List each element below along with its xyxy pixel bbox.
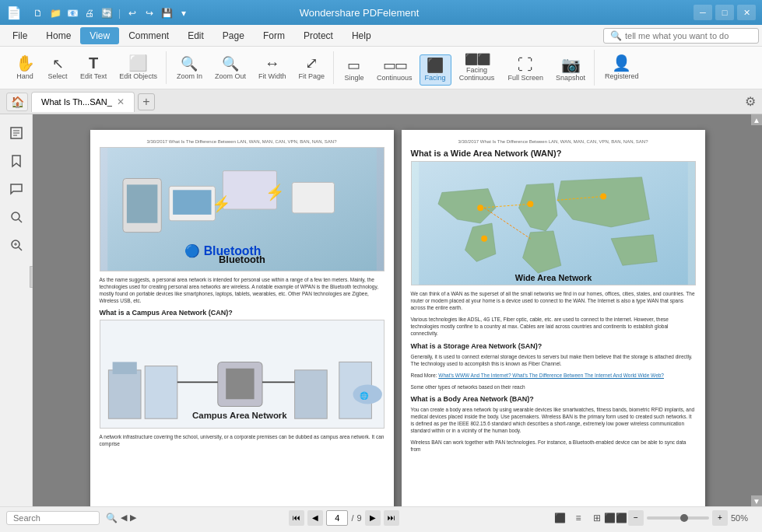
comments-panel-button[interactable] xyxy=(4,177,29,201)
svg-text:🌐: 🌐 xyxy=(359,392,368,401)
facing-view-icon: ⬛ xyxy=(427,58,444,72)
hand-tool-button[interactable]: ✋ Hand xyxy=(9,51,40,84)
svg-point-41 xyxy=(481,236,487,242)
bluetooth-image: ⚡ ⚡ 🔵 Bluetooth Bluetooth xyxy=(100,147,385,271)
grid-view-status-btn[interactable]: ⊞ xyxy=(589,510,605,526)
qa-redo-btn[interactable]: ↪ xyxy=(142,6,156,20)
continuous-view-button[interactable]: ▭▭ Continuous xyxy=(371,54,418,86)
svg-rect-12 xyxy=(126,184,157,222)
home-tab-button[interactable]: 🏠 xyxy=(6,93,28,111)
toolbar-navigation-group: ✋ Hand ↖ Select T Edit Text ⬜ Edit Objec… xyxy=(6,51,167,84)
minimize-button[interactable]: ─ xyxy=(694,5,712,20)
add-tab-button[interactable]: + xyxy=(138,93,155,110)
prev-result-btn[interactable]: ◀ xyxy=(121,513,127,523)
svg-rect-14 xyxy=(173,190,211,215)
qa-open-btn[interactable]: 📁 xyxy=(48,6,62,20)
qa-undo-btn[interactable]: ↩ xyxy=(125,6,139,20)
qa-save-btn[interactable]: 💾 xyxy=(160,6,174,20)
zoom-out-button[interactable]: 🔍 Zoom Out xyxy=(209,53,251,84)
svg-point-39 xyxy=(527,201,533,207)
search-panel-button[interactable] xyxy=(4,205,29,229)
facing-continuous-icon: ⬛⬛ xyxy=(465,54,490,65)
read-more-link[interactable]: What's WWW And The Internet? What's The … xyxy=(438,373,664,378)
snapshot-button[interactable]: 📷 Snapshot xyxy=(550,53,591,86)
toolbar-user-group: 👤 Registered xyxy=(596,51,648,84)
facing-view-button[interactable]: ⬛ Facing xyxy=(420,54,451,86)
close-button[interactable]: ✕ xyxy=(737,5,756,20)
continuous-view-status-btn[interactable]: ≡ xyxy=(571,510,586,526)
edit-objects-label: Edit Objects xyxy=(119,72,157,80)
menu-view[interactable]: View xyxy=(80,27,119,44)
wan-illustration: Wide Area Network xyxy=(412,162,695,285)
single-view-button[interactable]: ▭ Single xyxy=(339,54,370,86)
toolbar-view-group: ▭ Single ▭▭ Continuous ⬛ Facing ⬛⬛ Facin… xyxy=(335,50,595,86)
fit-width-button[interactable]: ↔ Fit Width xyxy=(253,51,292,84)
current-page-input[interactable] xyxy=(326,510,348,526)
menu-form[interactable]: Form xyxy=(254,27,294,44)
menu-home[interactable]: Home xyxy=(37,27,80,44)
pages-panel-button[interactable] xyxy=(4,121,29,145)
registered-button[interactable]: 👤 Registered xyxy=(599,51,644,84)
zoom-in-status-btn[interactable]: + xyxy=(712,510,728,526)
restore-button[interactable]: □ xyxy=(715,5,734,20)
facing-continuous-button[interactable]: ⬛⬛ Facing Continuous xyxy=(453,50,501,86)
menu-comment[interactable]: Comment xyxy=(119,27,178,44)
read-more: Read More: What's WWW And The Internet? … xyxy=(411,372,696,379)
svg-point-4 xyxy=(12,212,19,220)
document-area[interactable]: ▲ 3/30/2017 What Is The Difference Betwe… xyxy=(33,114,762,506)
menu-file[interactable]: File xyxy=(3,27,37,44)
single-view-status-btn[interactable]: ⬛ xyxy=(552,510,567,526)
zoom-percent: 50% xyxy=(731,513,756,523)
fit-page-button[interactable]: ⤢ Fit Page xyxy=(293,51,330,84)
qa-email-btn[interactable]: 📧 xyxy=(65,6,79,20)
next-page-button[interactable]: ▶ xyxy=(365,510,381,526)
status-bar: 🔍 ◀ ▶ ⏮ ◀ / 9 ▶ ⏭ ⬛ ≡ ⊞ ⬛⬛ − + 50% xyxy=(0,506,762,528)
scroll-down-button[interactable]: ▼ xyxy=(751,495,762,506)
menu-edit[interactable]: Edit xyxy=(178,27,213,44)
next-result-btn[interactable]: ▶ xyxy=(130,513,136,523)
full-screen-button[interactable]: ⛶ Full Screen xyxy=(503,53,550,86)
tab-settings-icon[interactable]: ⚙ xyxy=(745,94,756,109)
zoom-out-status-btn[interactable]: − xyxy=(628,510,644,526)
first-page-button[interactable]: ⏮ xyxy=(289,510,304,526)
ban-section-header: What is a Body Area Network (BAN)? xyxy=(411,395,696,403)
bookmarks-panel-button[interactable] xyxy=(4,149,29,173)
left-panel: ◂ xyxy=(0,114,33,506)
toolbar-zoom-group: 🔍 Zoom In 🔍 Zoom Out ↔ Fit Width ⤢ Fit P… xyxy=(168,51,334,84)
qa-new-btn[interactable]: 🗋 xyxy=(31,6,45,20)
menu-page[interactable]: Page xyxy=(213,27,254,44)
select-tool-button[interactable]: ↖ Select xyxy=(42,53,73,84)
status-search-input[interactable] xyxy=(6,511,100,525)
two-page-status-btn[interactable]: ⬛⬛ xyxy=(608,510,623,526)
page-navigation: ⏮ ◀ / 9 ▶ ⏭ xyxy=(289,510,399,526)
menu-help[interactable]: Help xyxy=(342,27,381,44)
edit-text-button[interactable]: T Edit Text xyxy=(75,51,112,84)
svg-text:⚡: ⚡ xyxy=(211,194,230,213)
registered-label: Registered xyxy=(605,72,639,80)
document-tab[interactable]: What Is Th...SAN_ ✕ xyxy=(31,92,135,112)
svg-text:⚡: ⚡ xyxy=(265,183,284,201)
zoom-in-button[interactable]: 🔍 Zoom In xyxy=(171,53,208,84)
find-panel-button[interactable] xyxy=(4,233,29,257)
zoom-slider[interactable] xyxy=(647,516,709,520)
pages-icon xyxy=(9,126,23,140)
qa-print-btn[interactable]: 🖨 xyxy=(83,6,97,20)
tab-close-button[interactable]: ✕ xyxy=(117,96,125,107)
qa-more-btn[interactable]: ▾ xyxy=(177,6,191,20)
scroll-up-button[interactable]: ▲ xyxy=(751,114,762,125)
last-page-button[interactable]: ⏭ xyxy=(384,510,399,526)
tab-label: What Is Th...SAN_ xyxy=(41,97,112,107)
toolbar-search-input[interactable] xyxy=(625,31,750,40)
edit-objects-button[interactable]: ⬜ Edit Objects xyxy=(114,51,163,84)
qa-scan-btn[interactable]: 🔄 xyxy=(100,6,114,20)
zoom-in-icon: 🔍 xyxy=(181,57,198,71)
user-icon: 👤 xyxy=(612,55,631,71)
svg-rect-26 xyxy=(226,369,254,400)
can-section-header: What is a Campus Area Network (CAN)? xyxy=(100,309,385,317)
prev-page-button[interactable]: ◀ xyxy=(307,510,323,526)
wan-body2: Various technologies like ADSL, 4G LTE, … xyxy=(411,316,696,337)
comments-icon xyxy=(9,182,23,196)
view-mode-buttons: ⬛ ≡ ⊞ ⬛⬛ xyxy=(552,510,623,526)
menu-protect[interactable]: Protect xyxy=(294,27,342,44)
zoom-out-label: Zoom Out xyxy=(215,72,246,80)
